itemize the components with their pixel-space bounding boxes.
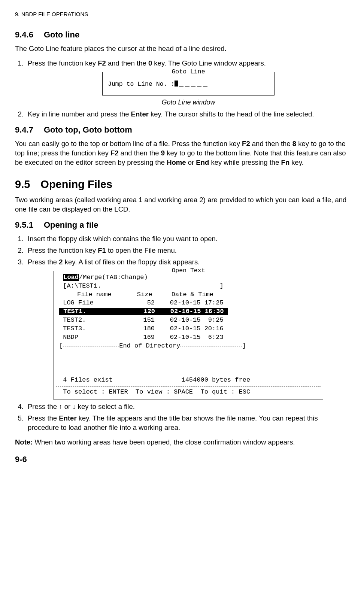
key-end: End <box>196 158 209 166</box>
status-row: 4 Files exist 1454000 bytes free <box>56 376 321 385</box>
text: key. The Goto Line window appears. <box>152 59 266 67</box>
input-char[interactable] <box>203 81 207 87</box>
file-row[interactable]: TEST2. 151 02-10-15 9:25 <box>56 316 321 325</box>
dialog-title: Goto Line <box>169 68 207 76</box>
text: or <box>186 158 196 166</box>
help-row: To select : ENTER To view : SPACE To qui… <box>56 388 321 397</box>
selected-file: TEST1. 120 02-10-15 16:30 <box>59 308 228 315</box>
path-row[interactable]: [A:\TEST1. ] <box>56 282 321 291</box>
list-item: Press the Enter key. The file appears an… <box>25 414 349 433</box>
prompt-label: Jump to Line No. : <box>108 81 175 88</box>
list-item: Insert the floppy disk which contains th… <box>25 234 349 244</box>
page-number: 9-6 <box>15 454 349 465</box>
text: Press the function key <box>28 246 98 254</box>
heading-text: Opening a file <box>44 220 98 230</box>
bracket-left: [ <box>59 342 63 350</box>
key-fn: Fn <box>281 158 290 166</box>
col-datetime: Date & Time <box>172 291 224 299</box>
list-item: Press the 2 key. A list of files on the … <box>25 258 349 400</box>
down-arrow-icon: ↓ <box>72 403 76 410</box>
key-home: Home <box>167 158 186 166</box>
key-f2: F2 <box>110 149 119 157</box>
ordered-list: Insert the floppy disk which contains th… <box>15 234 349 433</box>
paragraph: The Goto Line feature places the cursor … <box>15 44 349 54</box>
input-char[interactable] <box>197 81 201 87</box>
goto-line-dialog: Goto Line Jump to Line No. : <box>102 72 274 95</box>
file-row-selected[interactable]: TEST1. 120 02-10-15 16:30 <box>56 307 321 316</box>
key-2: 2 <box>59 258 63 266</box>
text: and then the <box>119 149 161 157</box>
list-item: Press the function key F2 and then the 0… <box>25 59 349 107</box>
note-paragraph: Note: When two working areas have been o… <box>15 438 349 447</box>
text-cursor[interactable] <box>175 81 178 87</box>
key-8: 8 <box>292 140 296 148</box>
key-enter: Enter <box>131 110 149 118</box>
key-f2: F2 <box>98 59 106 67</box>
bracket-right: ] <box>242 342 246 350</box>
file-row[interactable]: NBDP 169 02-10-15 6:23 <box>56 333 321 342</box>
key-f1: F1 <box>98 246 106 254</box>
text: key. The cursor shifts to the head of th… <box>149 110 314 118</box>
heading-num: 9.4.6 <box>15 29 33 40</box>
text: and then the <box>250 140 292 148</box>
heading-text: Goto line <box>44 30 79 39</box>
text: and then the <box>106 59 148 67</box>
list-item: Press the ↑ or ↓ key to select a file. <box>25 402 349 412</box>
text: key while pressing the <box>209 158 281 166</box>
text: key. A list of files on the floppy disk … <box>63 258 200 266</box>
text: or <box>63 403 73 410</box>
text: Press the <box>28 403 59 410</box>
dialog-title: Open Text <box>169 267 207 275</box>
page-header: 9. NBDP FILE OPERATIONS <box>15 10 349 18</box>
text: Press the <box>28 258 59 266</box>
column-header-row: File name Size Date & Time <box>56 291 321 299</box>
separator <box>56 386 321 386</box>
heading-95: 9.5Opening Files <box>15 177 349 192</box>
heading-946: 9.4.6Goto line <box>15 29 349 40</box>
list-item: Press the function key F1 to open the Fi… <box>25 246 349 255</box>
note-text: When two working areas have been opened,… <box>33 438 295 446</box>
ordered-list: Press the function key F2 and then the 0… <box>15 59 349 119</box>
heading-951: 9.5.1Opening a file <box>15 219 349 231</box>
end-of-directory-row: [ End of Directory ] <box>56 342 321 350</box>
file-row[interactable]: TEST3. 180 02-10-15 20:16 <box>56 325 321 333</box>
key-0: 0 <box>148 59 152 67</box>
text: Press the <box>28 414 59 422</box>
text: You can easily go to the top or bottom l… <box>15 140 242 148</box>
text: Key in line number and press the <box>28 110 131 118</box>
input-char[interactable] <box>179 81 183 87</box>
mode-merge[interactable]: /Merge(TAB:Change) <box>79 274 148 281</box>
paragraph: Two working areas (called working area 1… <box>15 195 349 214</box>
text: to open the File menu. <box>106 246 177 254</box>
key-f2: F2 <box>242 140 250 148</box>
text: key to select a file. <box>76 403 135 410</box>
heading-text: Goto top, Goto bottom <box>44 125 132 134</box>
text: key. <box>289 158 304 166</box>
note-label: Note: <box>15 438 33 446</box>
text: Press the function key <box>28 59 98 67</box>
figure-caption: Goto Line window <box>28 98 349 107</box>
input-char[interactable] <box>185 81 189 87</box>
up-arrow-icon: ↑ <box>59 403 62 410</box>
mode-load[interactable]: Load <box>63 274 79 281</box>
heading-text: Opening Files <box>40 178 112 190</box>
input-char[interactable] <box>191 81 195 87</box>
key-enter: Enter <box>59 414 76 422</box>
col-size: Size <box>137 291 163 299</box>
heading-num: 9.5.1 <box>15 219 33 231</box>
file-row[interactable]: LOG File 52 02-10-15 17:25 <box>56 299 321 307</box>
col-filename: File name <box>77 291 112 299</box>
paragraph: You can easily go to the top or bottom l… <box>15 139 349 167</box>
heading-947: 9.4.7Goto top, Goto bottom <box>15 124 349 136</box>
heading-num: 9.5 <box>15 177 30 192</box>
key-9: 9 <box>161 149 165 157</box>
open-text-dialog: Open Text Load/Merge(TAB:Change) [A:\TES… <box>54 271 323 400</box>
spacer <box>56 350 321 376</box>
list-item: Key in line number and press the Enter k… <box>25 110 349 119</box>
eod-text: End of Directory <box>119 342 180 350</box>
heading-num: 9.4.7 <box>15 124 33 136</box>
